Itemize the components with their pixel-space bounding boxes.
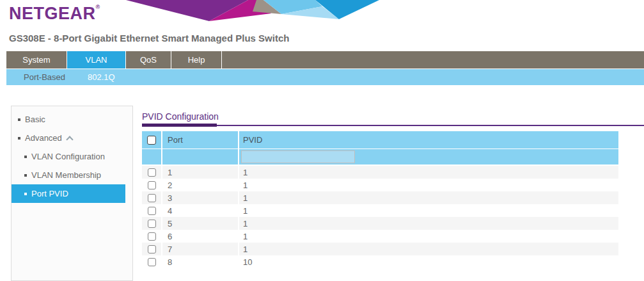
port-cell: 5 (162, 217, 238, 230)
chevron-up-icon (66, 136, 73, 143)
row-checkbox[interactable] (148, 258, 156, 266)
bullet-icon (24, 156, 27, 158)
port-cell: 1 (162, 166, 238, 179)
table-row: 1 1 (142, 166, 618, 179)
heading-divider (142, 124, 644, 129)
row-checkbox[interactable] (148, 245, 156, 253)
row-checkbox[interactable] (148, 181, 156, 189)
tab-vlan[interactable]: VLAN (67, 51, 126, 68)
pvid-table: Port PVID 1 1 2 1 3 1 4 (142, 131, 618, 268)
pvid-input[interactable] (241, 150, 355, 163)
pvid-cell: 1 (239, 191, 618, 204)
netgear-logo: NETGEAR® (9, 4, 100, 24)
registered-mark: ® (96, 4, 100, 10)
pvid-cell: 1 (239, 179, 618, 191)
main-content: PVID Configuration Port PVID 1 1 2 1 (142, 109, 644, 268)
bullet-icon (18, 118, 20, 121)
sidebar-item-port-pvid[interactable]: Port PVID (12, 184, 125, 203)
port-cell: 7 (162, 243, 238, 255)
table-row: 6 1 (142, 230, 618, 243)
table-row: 5 1 (142, 217, 618, 230)
device-title: GS308E - 8-Port Gigabit Ethernet Smart M… (9, 33, 289, 44)
row-checkbox[interactable] (148, 207, 156, 215)
subnav-port-based[interactable]: Port-Based (24, 72, 65, 82)
sidebar-item-basic[interactable]: Basic (12, 110, 125, 129)
pvid-cell: 1 (239, 166, 618, 179)
sidebar-item-vlan-membership[interactable]: VLAN Membership (12, 166, 125, 184)
select-all-checkbox[interactable] (147, 136, 156, 145)
bullet-icon (18, 137, 20, 140)
table-header-row: Port PVID (142, 131, 618, 149)
bullet-icon (24, 174, 27, 177)
sidebar: Basic Advanced VLAN Configuration VLAN M… (11, 106, 133, 281)
page-title: PVID Configuration (142, 109, 644, 122)
column-header-pvid: PVID (239, 131, 618, 149)
main-nav: System VLAN QoS Help (6, 51, 644, 68)
pvid-cell: 10 (239, 255, 618, 268)
sidebar-item-label: Basic (25, 115, 45, 124)
port-cell: 4 (162, 204, 238, 217)
pvid-cell: 1 (239, 204, 618, 217)
sidebar-item-vlan-configuration[interactable]: VLAN Configuration (12, 147, 125, 166)
pvid-cell: 1 (239, 230, 618, 243)
tab-system[interactable]: System (6, 51, 67, 68)
pvid-cell: 1 (239, 217, 618, 230)
table-filter-row (142, 149, 618, 165)
tab-qos[interactable]: QoS (126, 51, 171, 68)
row-checkbox[interactable] (148, 194, 156, 202)
port-cell: 8 (162, 255, 238, 268)
row-checkbox[interactable] (148, 168, 156, 177)
sidebar-item-label: Advanced (25, 133, 62, 143)
sidebar-item-label: VLAN Configuration (31, 152, 105, 161)
top-banner: NETGEAR® (0, 0, 644, 24)
port-cell: 2 (162, 179, 238, 191)
vlan-subnav: Port-Based 802.1Q (6, 69, 644, 85)
table-row: 4 1 (142, 204, 618, 217)
sidebar-item-label: VLAN Membership (31, 170, 101, 180)
table-row: 3 1 (142, 191, 618, 204)
subnav-8021q[interactable]: 802.1Q (88, 72, 115, 82)
sidebar-item-label: Port PVID (31, 189, 68, 198)
table-row: 7 1 (142, 243, 618, 255)
table-row: 8 10 (142, 255, 618, 268)
bullet-icon (24, 193, 27, 195)
table-row: 2 1 (142, 179, 618, 191)
port-cell: 6 (162, 230, 238, 243)
row-checkbox[interactable] (148, 232, 156, 241)
pvid-cell: 1 (239, 243, 618, 255)
row-checkbox[interactable] (148, 220, 156, 228)
port-cell: 3 (162, 191, 238, 204)
tab-help[interactable]: Help (171, 51, 222, 68)
column-header-port: Port (162, 131, 238, 149)
sidebar-item-advanced[interactable]: Advanced (12, 129, 125, 147)
